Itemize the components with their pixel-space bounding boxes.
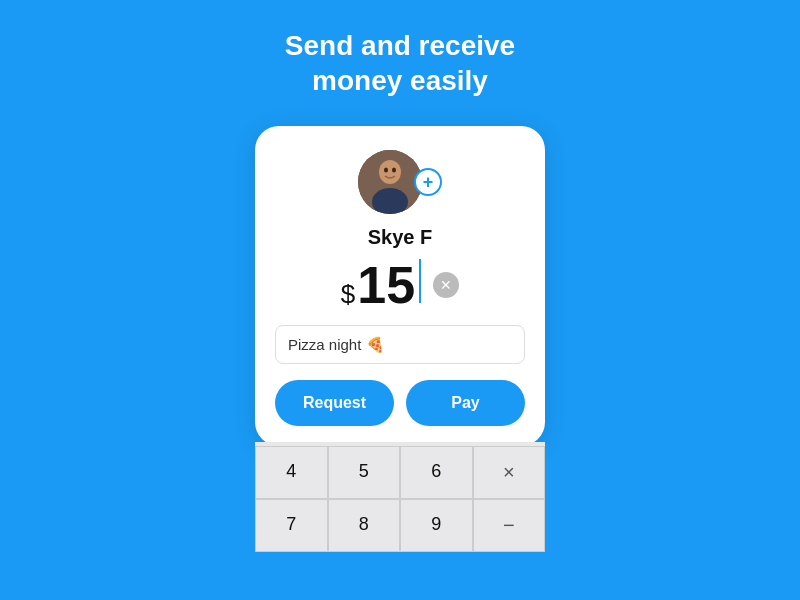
- svg-point-1: [379, 160, 401, 184]
- phone-container: Send and receive money easily: [240, 0, 560, 600]
- key-6[interactable]: 6: [400, 446, 473, 499]
- key-4[interactable]: 4: [255, 446, 328, 499]
- amount-display: $ 15: [341, 259, 421, 311]
- svg-point-3: [384, 168, 388, 173]
- key-multiply[interactable]: ×: [473, 446, 546, 499]
- svg-point-4: [392, 168, 396, 173]
- avatar-row: +: [358, 150, 442, 214]
- key-5[interactable]: 5: [328, 446, 401, 499]
- key-7[interactable]: 7: [255, 499, 328, 552]
- avatar: [358, 150, 422, 214]
- action-buttons: Request Pay: [275, 380, 525, 426]
- add-icon: +: [423, 172, 434, 193]
- amount-value: 15: [357, 259, 415, 311]
- clear-amount-button[interactable]: ✕: [433, 272, 459, 298]
- headline-line1: Send and receive: [285, 30, 515, 61]
- payment-card: + Skye F $ 15 ✕ Request Pay: [255, 126, 545, 446]
- request-button[interactable]: Request: [275, 380, 394, 426]
- keypad-row-1: 4 5 6 ×: [255, 446, 545, 499]
- clear-icon: ✕: [440, 277, 452, 293]
- keypad-row-2: 7 8 9 −: [255, 499, 545, 552]
- add-recipient-button[interactable]: +: [414, 168, 442, 196]
- key-9[interactable]: 9: [400, 499, 473, 552]
- user-name: Skye F: [368, 226, 432, 249]
- amount-row: $ 15 ✕: [341, 259, 459, 311]
- pay-button[interactable]: Pay: [406, 380, 525, 426]
- text-cursor: [419, 259, 421, 303]
- headline: Send and receive money easily: [285, 28, 515, 98]
- note-input[interactable]: [275, 325, 525, 364]
- key-minus[interactable]: −: [473, 499, 546, 552]
- keypad: 4 5 6 × 7 8 9 −: [255, 442, 545, 552]
- currency-symbol: $: [341, 279, 355, 310]
- headline-line2: money easily: [312, 65, 488, 96]
- key-8[interactable]: 8: [328, 499, 401, 552]
